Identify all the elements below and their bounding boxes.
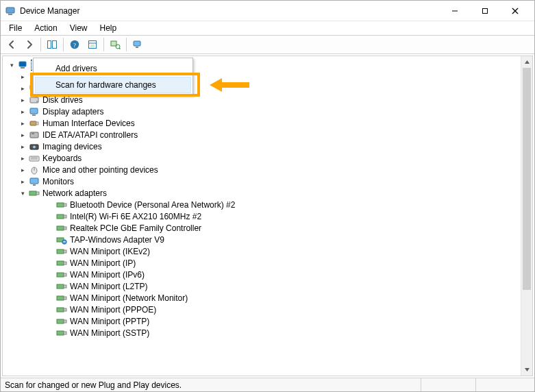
- svg-rect-7: [53, 41, 57, 49]
- statusbar-cell: [475, 378, 530, 391]
- tree-category-network-adapters[interactable]: ▾ Network adapters: [4, 187, 532, 199]
- tree-device-item[interactable]: Realtek PCIe GbE Family Controller: [4, 222, 532, 234]
- show-hide-tree-button[interactable]: [44, 36, 60, 53]
- device-tree[interactable]: ▾ ▸Bluetooth▸Computer▸Disk drives▸Displa…: [3, 56, 532, 376]
- svg-point-24: [36, 101, 38, 102]
- tree-device-item[interactable]: Intel(R) Wi-Fi 6E AX210 160MHz #2: [4, 210, 532, 222]
- back-button[interactable]: [3, 36, 20, 53]
- tree-device-item[interactable]: Bluetooth Device (Personal Area Network)…: [4, 199, 532, 210]
- help-button[interactable]: ?: [66, 36, 83, 53]
- svg-rect-28: [36, 122, 38, 125]
- scan-hardware-button[interactable]: [107, 36, 123, 53]
- network-adapter-icon: [56, 293, 67, 304]
- expander-right-icon[interactable]: ▸: [18, 177, 27, 186]
- back-arrow-icon: [6, 39, 17, 50]
- svg-rect-41: [36, 192, 39, 195]
- toolbar-separator: [63, 38, 64, 51]
- scroll-up-icon[interactable]: [521, 56, 532, 68]
- tree-category-label: Network adapters: [42, 188, 107, 198]
- context-menu-scan-hardware[interactable]: Scan for hardware changes: [35, 77, 191, 93]
- svg-rect-40: [29, 191, 36, 195]
- svg-rect-61: [64, 308, 66, 311]
- expander-down-icon[interactable]: ▾: [18, 188, 27, 198]
- close-button[interactable]: [500, 1, 530, 21]
- tree-category-label: Imaging devices: [42, 142, 102, 151]
- tree-device-item[interactable]: WAN Miniport (L2TP): [4, 280, 532, 292]
- tree-device-item[interactable]: WAN Miniport (PPTP): [4, 315, 532, 327]
- tree-category-hid[interactable]: ▸Human Interface Devices: [4, 117, 532, 129]
- context-menu-item-label: Add drivers: [55, 64, 97, 73]
- monitors-icon: [29, 176, 40, 187]
- expander-right-icon[interactable]: ▸: [18, 142, 27, 151]
- expander-down-icon[interactable]: ▾: [7, 60, 16, 70]
- expander-right-icon[interactable]: ▸: [18, 154, 27, 163]
- tree-device-item[interactable]: WAN Miniport (PPPOE): [4, 304, 532, 315]
- tree-device-label: WAN Miniport (L2TP): [70, 282, 148, 291]
- menu-view[interactable]: View: [64, 22, 93, 34]
- svg-rect-18: [136, 47, 138, 48]
- ide-atapi-icon: [29, 130, 40, 140]
- statusbar: Scan for changed or new Plug and Play de…: [1, 378, 534, 391]
- tree-device-label: WAN Miniport (IKEv2): [70, 247, 150, 256]
- devices-printers-button[interactable]: [129, 36, 146, 53]
- menu-file[interactable]: File: [3, 22, 27, 34]
- tree-category-mice[interactable]: ▸Mice and other pointing devices: [4, 164, 532, 175]
- forward-button[interactable]: [21, 36, 38, 53]
- expander-right-icon[interactable]: ▸: [18, 95, 27, 105]
- tree-device-item[interactable]: WAN Miniport (SSTP): [4, 327, 532, 339]
- tree-device-item[interactable]: TAP-Windows Adapter V9: [4, 234, 532, 245]
- tree-category-label: Human Interface Devices: [42, 119, 135, 128]
- expander-right-icon[interactable]: ▸: [18, 119, 27, 128]
- svg-rect-26: [32, 114, 36, 116]
- svg-rect-38: [30, 178, 38, 184]
- tree-device-label: Realtek PCIe GbE Family Controller: [70, 223, 201, 233]
- tree-device-label: WAN Miniport (SSTP): [70, 328, 149, 338]
- tree-device-label: Intel(R) Wi-Fi 6E AX210 160MHz #2: [70, 212, 201, 221]
- help-icon: ?: [69, 39, 80, 50]
- svg-rect-59: [64, 297, 66, 299]
- tree-category-label: Keyboards: [42, 154, 82, 163]
- maximize-button[interactable]: [470, 1, 500, 21]
- tree-category-ide-atapi[interactable]: ▸IDE ATA/ATAPI controllers: [4, 129, 532, 140]
- expander-right-icon[interactable]: ▸: [18, 130, 27, 140]
- svg-rect-20: [21, 67, 25, 69]
- scroll-down-icon[interactable]: [521, 364, 532, 376]
- svg-rect-57: [64, 285, 66, 288]
- tree-device-item[interactable]: WAN Miniport (IKEv2): [4, 245, 532, 257]
- scroll-thumb[interactable]: [523, 68, 531, 290]
- titlebar: Device Manager: [1, 1, 534, 21]
- tree-category-imaging-devices[interactable]: ▸Imaging devices: [4, 140, 532, 152]
- svg-rect-64: [57, 331, 64, 335]
- vertical-scrollbar[interactable]: [521, 56, 532, 376]
- menu-help[interactable]: Help: [95, 22, 123, 34]
- tree-category-keyboards[interactable]: ▸Keyboards: [4, 152, 532, 164]
- tree-device-item[interactable]: WAN Miniport (IPv6): [4, 269, 532, 280]
- network-adapter-icon: [56, 234, 67, 245]
- context-menu-add-drivers[interactable]: Add drivers: [35, 60, 191, 77]
- tree-device-label: Bluetooth Device (Personal Area Network)…: [70, 200, 235, 210]
- svg-rect-19: [19, 62, 26, 66]
- svg-rect-30: [32, 133, 34, 134]
- tree-device-item[interactable]: WAN Miniport (Network Monitor): [4, 292, 532, 304]
- svg-rect-43: [64, 204, 66, 206]
- tree-device-label: WAN Miniport (IP): [70, 258, 136, 268]
- network-adapter-icon: [29, 188, 40, 199]
- minimize-button[interactable]: [440, 1, 470, 21]
- computer-icon: [18, 60, 29, 71]
- expander-right-icon[interactable]: ▸: [18, 107, 27, 117]
- expander-right-icon[interactable]: ▸: [18, 72, 27, 82]
- tree-category-display-adapters[interactable]: ▸Display adapters: [4, 106, 532, 117]
- properties-button[interactable]: [84, 36, 101, 53]
- network-adapter-icon: [56, 316, 67, 327]
- tree-category-label: Display adapters: [42, 107, 103, 117]
- device-manager-window: Device Manager File Action View Help: [0, 0, 535, 392]
- expander-right-icon[interactable]: ▸: [18, 84, 27, 93]
- scroll-track[interactable]: [521, 68, 532, 364]
- menu-action[interactable]: Action: [29, 22, 62, 34]
- svg-rect-51: [64, 250, 66, 253]
- svg-rect-39: [33, 184, 36, 186]
- scan-hardware-icon: [110, 39, 121, 50]
- tree-category-monitors[interactable]: ▸Monitors: [4, 175, 532, 187]
- expander-right-icon[interactable]: ▸: [18, 165, 27, 175]
- tree-device-item[interactable]: WAN Miniport (IP): [4, 257, 532, 269]
